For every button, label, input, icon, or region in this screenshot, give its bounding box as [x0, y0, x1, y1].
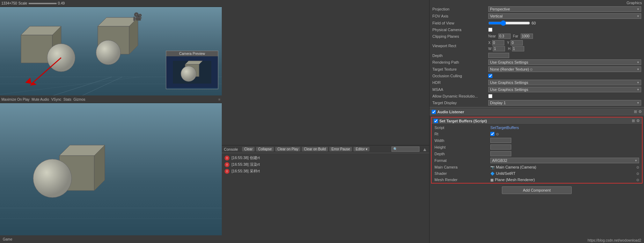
- console-collapse-toggle[interactable]: ▲: [422, 146, 427, 152]
- script-depth-row: Depth 24: [432, 150, 642, 157]
- depth-input[interactable]: -1: [488, 53, 509, 58]
- rt-dot-icon[interactable]: ⊙: [496, 132, 499, 136]
- viewport-x-input[interactable]: [492, 40, 504, 45]
- height-input[interactable]: 750: [490, 144, 511, 150]
- script-component-container: Set Target Buffers (Script) ⊞ ⚙ Script S…: [431, 117, 643, 184]
- audio-listener-icon1[interactable]: ⊞: [634, 109, 637, 114]
- clipping-near-input[interactable]: [498, 34, 511, 39]
- console-entry-3-text: [16:55:38] 采样rt: [232, 169, 260, 174]
- target-texture-dropdown[interactable]: None (Render Texture) ⊙ ▼: [488, 66, 641, 72]
- audio-listener-icon2[interactable]: ⚙: [638, 109, 642, 114]
- scale-slider[interactable]: [29, 3, 57, 4]
- target-display-dropdown[interactable]: Display 1 ▼: [488, 100, 641, 106]
- console-entry-2-text: [16:55:38] 渲染rt: [232, 162, 260, 167]
- audio-listener-header[interactable]: Audio Listener ⊞ ⚙: [430, 108, 644, 115]
- collapse-button[interactable]: Collapse: [256, 147, 274, 151]
- svg-line-4: [0, 77, 140, 94]
- clear-on-play-button[interactable]: Clear on Play: [275, 147, 300, 151]
- viewport-rect-values: X Y W H: [488, 40, 641, 51]
- fov-slider[interactable]: [488, 20, 530, 26]
- main-camera-dot[interactable]: ⊙: [636, 165, 639, 169]
- format-dropdown[interactable]: ARGB32 ▼: [490, 158, 639, 163]
- error-icon-2: !: [225, 162, 229, 167]
- fov-axis-dropdown-container[interactable]: Vertical ▼: [488, 13, 641, 19]
- editor-button[interactable]: Editor ▾: [353, 147, 369, 151]
- scene-3d-bottom-viewport[interactable]: [0, 103, 222, 235]
- projection-dropdown-container[interactable]: Perspective ▼: [488, 6, 641, 12]
- rendering-path-row: Rendering Path Use Graphics Settings ▼: [430, 59, 644, 66]
- main-camera-value-container: 📷 Main Camera (Camera) ⊙: [490, 165, 639, 169]
- camera-preview-title: Camera Preview: [166, 51, 218, 56]
- scene-top-toolbar: 1334×750 Scale 0.49: [0, 0, 222, 7]
- error-pause-button[interactable]: Error Pause: [329, 147, 352, 151]
- viewport-rect-wh: W H: [488, 46, 641, 51]
- viewport-y-input[interactable]: [511, 40, 523, 45]
- target-texture-dot[interactable]: ⊙: [530, 67, 533, 71]
- audio-listener-checkbox[interactable]: [432, 110, 436, 114]
- rendering-path-arrow: ▼: [637, 61, 639, 64]
- add-component-button[interactable]: Add Component: [502, 186, 572, 194]
- error-icon-3: !: [225, 169, 229, 174]
- fov-axis-label: FOV Axis: [432, 14, 488, 18]
- hdr-arrow: ▼: [637, 81, 639, 84]
- projection-dropdown[interactable]: Perspective ▼: [488, 6, 641, 12]
- viewport-h-input[interactable]: [512, 46, 524, 51]
- script-component-header[interactable]: Set Target Buffers (Script) ⊞ ⚙: [432, 117, 642, 124]
- allow-dynamic-resolution-row: Allow Dynamic Resolutio...: [430, 93, 644, 99]
- console-entry-1: ! [16:55:38] 创建rt: [223, 155, 428, 161]
- rt-checkbox[interactable]: [490, 132, 495, 136]
- scene-view-top: 1334×750 Scale 0.49: [0, 0, 222, 103]
- script-component-checkbox[interactable]: [434, 119, 438, 123]
- viewport-w-input[interactable]: [493, 46, 505, 51]
- height-row: Height 750: [432, 144, 642, 150]
- scene-3d-viewport[interactable]: 🎥 Camera Preview: [0, 7, 222, 103]
- main-camera-row: Main Camera 📷 Main Camera (Camera) ⊙: [432, 164, 642, 170]
- rendering-path-dropdown[interactable]: Use Graphics Settings ▼: [488, 59, 641, 65]
- clipping-far-input[interactable]: [521, 34, 533, 39]
- msaa-arrow: ▼: [637, 88, 639, 91]
- vsync[interactable]: VSync: [51, 98, 61, 101]
- msaa-dropdown[interactable]: Use Graphics Settings ▼: [488, 87, 641, 92]
- target-texture-row: Target Texture None (Render Texture) ⊙ ▼: [430, 66, 644, 73]
- format-arrow: ▼: [635, 159, 637, 162]
- clipping-planes-row: Clipping Planes Near Far: [430, 33, 644, 40]
- allow-dynamic-resolution-checkbox[interactable]: [488, 94, 492, 98]
- hdr-dropdown[interactable]: Use Graphics Settings ▼: [488, 80, 641, 85]
- occlusion-culling-checkbox[interactable]: [488, 74, 492, 78]
- console-content: ! [16:55:38] 创建rt ! [16:55:38] 渲染rt ! [1…: [222, 153, 429, 176]
- maximize-on-play[interactable]: Maximize On Play: [1, 98, 30, 101]
- field-of-view-row: Field of View 60: [430, 20, 644, 27]
- depth-label: Depth: [432, 53, 488, 58]
- fov-axis-dropdown[interactable]: Vertical ▼: [488, 13, 641, 19]
- occlusion-culling-label: Occlusion Culling: [432, 74, 488, 78]
- clear-on-build-button[interactable]: Clear on Build: [302, 147, 328, 151]
- bottom-scene-svg: [0, 103, 222, 235]
- viewport-rect-row: Viewport Rect X Y W H: [430, 40, 644, 52]
- script-label: Script: [434, 126, 490, 130]
- rendering-path-label: Rendering Path: [432, 60, 488, 64]
- width-input[interactable]: 1334: [490, 138, 511, 143]
- script-header-icon2[interactable]: ⚙: [636, 119, 640, 123]
- shader-dot[interactable]: ⊙: [636, 172, 639, 176]
- viewport-rect-label: Viewport Rect: [432, 44, 488, 48]
- physical-camera-label: Physical Camera: [432, 28, 488, 32]
- mesh-render-value: Plane (Mesh Renderer): [495, 178, 535, 182]
- console-title-bar: Console Clear Collapse Clear on Play Cle…: [222, 145, 429, 153]
- physical-camera-checkbox[interactable]: [488, 28, 492, 32]
- stats[interactable]: Stats: [64, 98, 72, 101]
- camera-preview: Camera Preview: [166, 51, 218, 89]
- height-label: Height: [434, 145, 490, 149]
- clipping-planes-label: Clipping Planes: [432, 34, 488, 38]
- script-header-icon1[interactable]: ⊞: [632, 119, 635, 123]
- bottom-toolbar: Game: [0, 235, 222, 243]
- viewport-rect-xy: X Y: [488, 40, 641, 45]
- mesh-render-dot[interactable]: ⊙: [636, 178, 639, 182]
- script-depth-input[interactable]: 24: [490, 151, 511, 156]
- clear-button[interactable]: Clear: [242, 147, 255, 151]
- scene-bottom-toolbar: Maximize On Play Mute Audio VSync Stats …: [0, 95, 222, 103]
- mute-audio[interactable]: Mute Audio: [32, 98, 49, 101]
- console-search-input[interactable]: [391, 146, 419, 152]
- gizmos[interactable]: Gizmos: [73, 98, 85, 101]
- shader-row: Shader 🔷 Unlit/SetRT ⊙: [432, 170, 642, 177]
- fov-axis-dropdown-arrow: ▼: [637, 15, 639, 18]
